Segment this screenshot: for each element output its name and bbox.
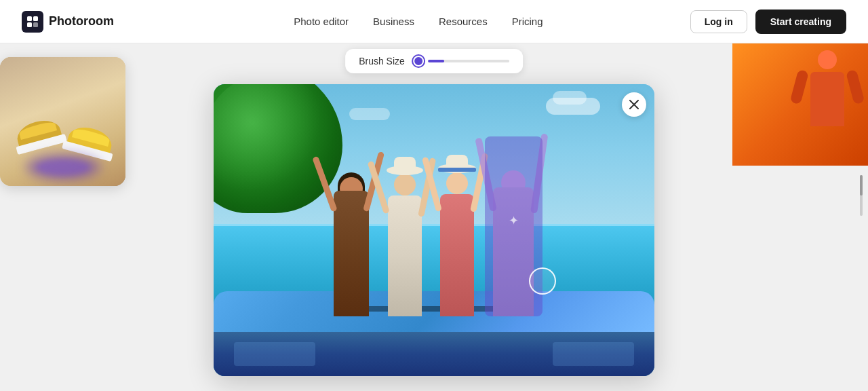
close-icon [629, 100, 639, 109]
main-content: Brush Size [0, 43, 868, 391]
close-button[interactable] [622, 92, 646, 117]
scroll-indicator[interactable] [860, 175, 863, 216]
svg-rect-2 [27, 22, 32, 27]
svg-rect-1 [33, 16, 38, 21]
header: Photoroom Photo editor Business Resource… [0, 0, 868, 43]
main-nav: Photo editor Business Resources Pricing [146, 16, 690, 27]
thumbnail-image [0, 57, 125, 186]
login-button[interactable]: Log in [690, 10, 747, 33]
brush-slider[interactable] [413, 56, 509, 67]
svg-rect-3 [33, 22, 38, 27]
right-thumbnail-image [732, 43, 868, 166]
slider-track[interactable] [428, 60, 509, 62]
header-actions: Log in Start creating [690, 10, 846, 34]
person-1 [326, 147, 377, 316]
brush-cursor [529, 267, 556, 295]
slider-handle[interactable] [413, 56, 424, 67]
person-2 [380, 153, 429, 316]
logo-icon [22, 11, 43, 33]
right-thumbnail[interactable] [732, 43, 868, 166]
brush-size-label: Brush Size [359, 56, 405, 67]
nav-resources[interactable]: Resources [439, 16, 488, 27]
person-3 [433, 150, 481, 316]
logo[interactable]: Photoroom [22, 11, 114, 33]
nav-photo-editor[interactable]: Photo editor [294, 16, 349, 27]
main-image-card: ✦ [214, 84, 654, 376]
left-thumbnail[interactable] [0, 57, 125, 186]
start-creating-button[interactable]: Start creating [755, 10, 846, 34]
nav-pricing[interactable]: Pricing [512, 16, 543, 27]
brush-size-control: Brush Size [345, 49, 523, 73]
nav-business[interactable]: Business [373, 16, 414, 27]
slider-fill [428, 60, 444, 62]
svg-rect-0 [27, 16, 32, 21]
people-group: ✦ [254, 113, 614, 316]
logo-text: Photoroom [49, 14, 114, 29]
scroll-thumb [860, 175, 863, 196]
beach-scene: ✦ [214, 84, 654, 376]
